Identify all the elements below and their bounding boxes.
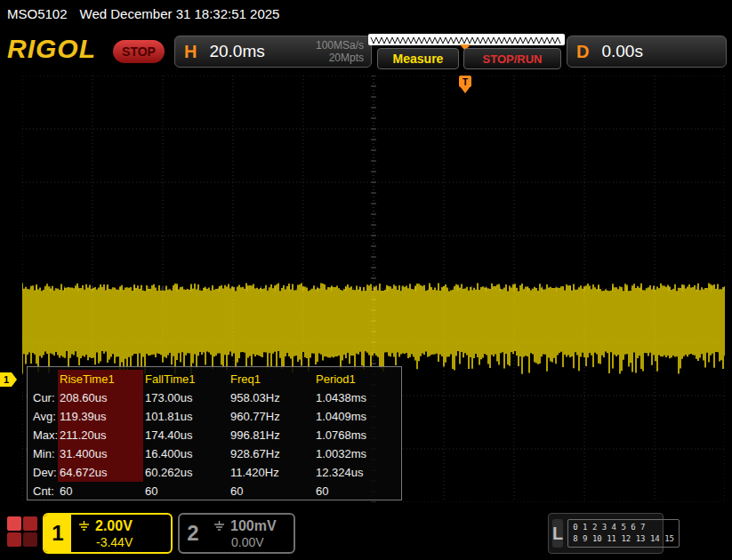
menu-grid-icon[interactable]: [7, 516, 37, 547]
measure-cell: 101.81us: [143, 407, 229, 426]
measure-row-label: Cur:: [31, 388, 58, 407]
measure-cell: 174.40us: [143, 426, 229, 444]
measure-cell: 31.400us: [58, 444, 143, 463]
measure-cell: 64.672us: [58, 463, 143, 482]
measure-cell: 208.60us: [58, 388, 143, 407]
measure-row-label: Dev:: [31, 463, 58, 482]
trigger-marker[interactable]: T: [459, 76, 471, 93]
measure-cell: 1.0438ms: [314, 388, 399, 407]
model-name: MSO5102: [7, 6, 68, 21]
measure-cell: 60: [58, 482, 143, 500]
measure-col-header: Period1: [314, 370, 399, 388]
measure-cell: 119.39us: [58, 407, 143, 426]
measure-row-label: Max:: [31, 426, 58, 444]
channel-2-number: 2: [180, 515, 206, 552]
measure-row-label: Avg:: [31, 407, 58, 426]
measure-cell: 960.77Hz: [229, 407, 314, 426]
ch1-coupling-icon: [78, 520, 90, 532]
measure-cell: 11.420Hz: [229, 463, 314, 482]
measure-corner: [31, 370, 58, 388]
measure-row-label: Cnt:: [31, 482, 58, 500]
ch2-scale: 100mV: [230, 518, 277, 534]
h-label: H: [184, 42, 197, 62]
measure-cell: 928.67Hz: [229, 444, 314, 463]
clock-datetime: Wed December 31 18:32:51 2025: [80, 6, 280, 21]
measure-col-header: RiseTime1: [58, 370, 143, 388]
measure-cell: 1.0032ms: [314, 444, 399, 463]
channel-1-box[interactable]: 1 2.00V -3.44V: [43, 513, 173, 554]
measure-cell: 1.0768ms: [314, 426, 399, 444]
logic-line1: 0 1 2 3 4 5 6 7: [573, 523, 645, 532]
logic-channel-numbers: 0 1 2 3 4 5 6 7 8 9 10 11 12 13 14 15: [567, 519, 680, 548]
channel-1-number: 1: [44, 515, 71, 552]
measure-cell: 60: [143, 482, 229, 500]
measure-col-header: Freq1: [229, 370, 314, 388]
delay-box[interactable]: D 0.00s: [567, 36, 727, 68]
measure-cell: 12.324us: [314, 463, 399, 482]
measure-cell: 1.0409ms: [314, 407, 399, 426]
ch2-offset: 0.00V: [213, 535, 294, 549]
run-state-badge: STOP: [113, 40, 165, 63]
measure-cell: 60: [229, 482, 314, 500]
titlebar: MSO5102 Wed December 31 18:32:51 2025: [0, 0, 732, 27]
measure-cell: 958.03Hz: [229, 388, 314, 407]
measure-col-header: FallTime1: [143, 370, 229, 388]
measure-cell: 60.262us: [143, 463, 229, 482]
measure-cell: 996.81Hz: [229, 426, 314, 444]
ch2-coupling-icon: [213, 520, 225, 532]
ch1-offset: -3.44V: [78, 535, 171, 549]
measurement-panel[interactable]: RiseTime1FallTime1Freq1Period1Cur:208.60…: [27, 366, 402, 500]
memory-depth: 20Mpts: [329, 52, 364, 64]
rigol-logo: RIGOL: [7, 34, 96, 64]
measure-cell: 211.20us: [58, 426, 143, 444]
measure-cell: 60: [314, 482, 399, 500]
logic-label: L: [552, 519, 563, 548]
svg-text:T: T: [463, 77, 468, 87]
measure-cell: 16.400us: [143, 444, 229, 463]
stop-run-button[interactable]: STOP/RUN: [463, 48, 561, 69]
d-label: D: [576, 42, 589, 62]
measurement-table: RiseTime1FallTime1Freq1Period1Cur:208.60…: [31, 370, 401, 500]
svg-text:1: 1: [4, 374, 9, 385]
delay-value: 0.00s: [601, 42, 642, 61]
measure-cell: 173.00us: [143, 388, 229, 407]
sample-rate: 100MSa/s: [316, 39, 364, 52]
acquisition-info: 100MSa/s 20Mpts: [316, 39, 364, 64]
channel-2-box[interactable]: 2 100mV 0.00V: [178, 513, 295, 554]
measure-row-label: Min:: [31, 444, 58, 463]
ch1-scale: 2.00V: [95, 518, 133, 534]
ch1-position-marker[interactable]: 1: [0, 372, 18, 387]
measure-button[interactable]: Measure: [377, 48, 459, 69]
oscilloscope-screen: MSO5102 Wed December 31 18:32:51 2025 RI…: [0, 0, 732, 560]
timebase-value: 20.0ms: [209, 42, 264, 61]
logic-line2: 8 9 10 11 12 13 14 15: [573, 534, 674, 543]
horizontal-timebase-box[interactable]: H 20.0ms 100MSa/s 20Mpts: [174, 36, 372, 68]
logic-channels-box[interactable]: L 0 1 2 3 4 5 6 7 8 9 10 11 12 13 14 15: [548, 513, 664, 554]
